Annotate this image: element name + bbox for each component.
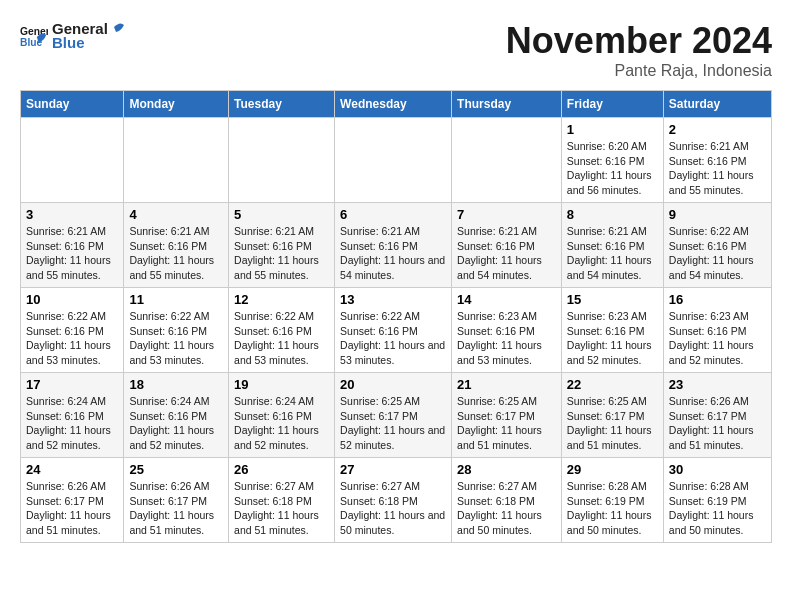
day-info: Sunrise: 6:28 AM Sunset: 6:19 PM Dayligh… (669, 479, 766, 538)
weekday-header-sunday: Sunday (21, 91, 124, 118)
day-number: 20 (340, 377, 446, 392)
calendar-cell: 20Sunrise: 6:25 AM Sunset: 6:17 PM Dayli… (335, 373, 452, 458)
day-info: Sunrise: 6:22 AM Sunset: 6:16 PM Dayligh… (234, 309, 329, 368)
day-info: Sunrise: 6:28 AM Sunset: 6:19 PM Dayligh… (567, 479, 658, 538)
day-number: 21 (457, 377, 556, 392)
day-info: Sunrise: 6:20 AM Sunset: 6:16 PM Dayligh… (567, 139, 658, 198)
day-number: 3 (26, 207, 118, 222)
day-number: 11 (129, 292, 223, 307)
calendar-cell: 19Sunrise: 6:24 AM Sunset: 6:16 PM Dayli… (229, 373, 335, 458)
day-number: 16 (669, 292, 766, 307)
day-number: 23 (669, 377, 766, 392)
day-number: 29 (567, 462, 658, 477)
calendar-cell: 15Sunrise: 6:23 AM Sunset: 6:16 PM Dayli… (561, 288, 663, 373)
weekday-header-friday: Friday (561, 91, 663, 118)
calendar-cell: 21Sunrise: 6:25 AM Sunset: 6:17 PM Dayli… (452, 373, 562, 458)
day-info: Sunrise: 6:21 AM Sunset: 6:16 PM Dayligh… (234, 224, 329, 283)
day-number: 5 (234, 207, 329, 222)
day-info: Sunrise: 6:23 AM Sunset: 6:16 PM Dayligh… (567, 309, 658, 368)
day-number: 18 (129, 377, 223, 392)
calendar-cell: 10Sunrise: 6:22 AM Sunset: 6:16 PM Dayli… (21, 288, 124, 373)
day-info: Sunrise: 6:26 AM Sunset: 6:17 PM Dayligh… (669, 394, 766, 453)
day-info: Sunrise: 6:27 AM Sunset: 6:18 PM Dayligh… (457, 479, 556, 538)
calendar-cell: 6Sunrise: 6:21 AM Sunset: 6:16 PM Daylig… (335, 203, 452, 288)
calendar-cell: 4Sunrise: 6:21 AM Sunset: 6:16 PM Daylig… (124, 203, 229, 288)
day-info: Sunrise: 6:21 AM Sunset: 6:16 PM Dayligh… (129, 224, 223, 283)
calendar-cell: 16Sunrise: 6:23 AM Sunset: 6:16 PM Dayli… (663, 288, 771, 373)
day-info: Sunrise: 6:25 AM Sunset: 6:17 PM Dayligh… (340, 394, 446, 453)
day-number: 28 (457, 462, 556, 477)
day-info: Sunrise: 6:22 AM Sunset: 6:16 PM Dayligh… (129, 309, 223, 368)
calendar-cell: 24Sunrise: 6:26 AM Sunset: 6:17 PM Dayli… (21, 458, 124, 543)
svg-text:Blue: Blue (20, 37, 43, 48)
day-info: Sunrise: 6:21 AM Sunset: 6:16 PM Dayligh… (340, 224, 446, 283)
day-info: Sunrise: 6:22 AM Sunset: 6:16 PM Dayligh… (340, 309, 446, 368)
day-number: 17 (26, 377, 118, 392)
day-number: 7 (457, 207, 556, 222)
logo-icon: General Blue (20, 22, 48, 50)
day-info: Sunrise: 6:25 AM Sunset: 6:17 PM Dayligh… (567, 394, 658, 453)
calendar-cell: 25Sunrise: 6:26 AM Sunset: 6:17 PM Dayli… (124, 458, 229, 543)
day-info: Sunrise: 6:23 AM Sunset: 6:16 PM Dayligh… (669, 309, 766, 368)
calendar-week-row: 24Sunrise: 6:26 AM Sunset: 6:17 PM Dayli… (21, 458, 772, 543)
calendar-cell: 12Sunrise: 6:22 AM Sunset: 6:16 PM Dayli… (229, 288, 335, 373)
day-number: 2 (669, 122, 766, 137)
calendar-cell: 3Sunrise: 6:21 AM Sunset: 6:16 PM Daylig… (21, 203, 124, 288)
day-info: Sunrise: 6:21 AM Sunset: 6:16 PM Dayligh… (669, 139, 766, 198)
calendar-cell (21, 118, 124, 203)
page-header: General Blue General Blue November 2024 … (20, 20, 772, 80)
calendar-cell: 7Sunrise: 6:21 AM Sunset: 6:16 PM Daylig… (452, 203, 562, 288)
day-number: 10 (26, 292, 118, 307)
calendar-week-row: 10Sunrise: 6:22 AM Sunset: 6:16 PM Dayli… (21, 288, 772, 373)
weekday-header-saturday: Saturday (663, 91, 771, 118)
day-number: 8 (567, 207, 658, 222)
calendar-cell: 23Sunrise: 6:26 AM Sunset: 6:17 PM Dayli… (663, 373, 771, 458)
calendar-cell: 30Sunrise: 6:28 AM Sunset: 6:19 PM Dayli… (663, 458, 771, 543)
calendar-cell (335, 118, 452, 203)
day-info: Sunrise: 6:22 AM Sunset: 6:16 PM Dayligh… (26, 309, 118, 368)
day-number: 4 (129, 207, 223, 222)
day-number: 6 (340, 207, 446, 222)
day-info: Sunrise: 6:27 AM Sunset: 6:18 PM Dayligh… (340, 479, 446, 538)
day-number: 9 (669, 207, 766, 222)
weekday-header-wednesday: Wednesday (335, 91, 452, 118)
page-title: November 2024 (506, 20, 772, 62)
calendar-cell: 11Sunrise: 6:22 AM Sunset: 6:16 PM Dayli… (124, 288, 229, 373)
calendar-cell: 5Sunrise: 6:21 AM Sunset: 6:16 PM Daylig… (229, 203, 335, 288)
calendar-cell: 9Sunrise: 6:22 AM Sunset: 6:16 PM Daylig… (663, 203, 771, 288)
calendar-cell (452, 118, 562, 203)
day-info: Sunrise: 6:21 AM Sunset: 6:16 PM Dayligh… (457, 224, 556, 283)
day-info: Sunrise: 6:24 AM Sunset: 6:16 PM Dayligh… (129, 394, 223, 453)
page-subtitle: Pante Raja, Indonesia (506, 62, 772, 80)
logo-bird-icon (104, 19, 126, 41)
weekday-header-thursday: Thursday (452, 91, 562, 118)
calendar-cell: 27Sunrise: 6:27 AM Sunset: 6:18 PM Dayli… (335, 458, 452, 543)
day-number: 1 (567, 122, 658, 137)
calendar-cell (124, 118, 229, 203)
day-number: 22 (567, 377, 658, 392)
day-number: 27 (340, 462, 446, 477)
calendar-cell: 29Sunrise: 6:28 AM Sunset: 6:19 PM Dayli… (561, 458, 663, 543)
title-area: November 2024 Pante Raja, Indonesia (506, 20, 772, 80)
day-info: Sunrise: 6:24 AM Sunset: 6:16 PM Dayligh… (26, 394, 118, 453)
day-info: Sunrise: 6:23 AM Sunset: 6:16 PM Dayligh… (457, 309, 556, 368)
calendar-table: SundayMondayTuesdayWednesdayThursdayFrid… (20, 90, 772, 543)
calendar-cell: 8Sunrise: 6:21 AM Sunset: 6:16 PM Daylig… (561, 203, 663, 288)
weekday-header-row: SundayMondayTuesdayWednesdayThursdayFrid… (21, 91, 772, 118)
day-info: Sunrise: 6:26 AM Sunset: 6:17 PM Dayligh… (26, 479, 118, 538)
day-info: Sunrise: 6:25 AM Sunset: 6:17 PM Dayligh… (457, 394, 556, 453)
day-number: 14 (457, 292, 556, 307)
calendar-cell: 17Sunrise: 6:24 AM Sunset: 6:16 PM Dayli… (21, 373, 124, 458)
day-number: 26 (234, 462, 329, 477)
day-number: 24 (26, 462, 118, 477)
day-info: Sunrise: 6:26 AM Sunset: 6:17 PM Dayligh… (129, 479, 223, 538)
logo: General Blue General Blue (20, 20, 126, 51)
weekday-header-tuesday: Tuesday (229, 91, 335, 118)
day-number: 25 (129, 462, 223, 477)
calendar-cell: 28Sunrise: 6:27 AM Sunset: 6:18 PM Dayli… (452, 458, 562, 543)
calendar-week-row: 17Sunrise: 6:24 AM Sunset: 6:16 PM Dayli… (21, 373, 772, 458)
calendar-cell: 26Sunrise: 6:27 AM Sunset: 6:18 PM Dayli… (229, 458, 335, 543)
weekday-header-monday: Monday (124, 91, 229, 118)
day-number: 12 (234, 292, 329, 307)
day-number: 30 (669, 462, 766, 477)
